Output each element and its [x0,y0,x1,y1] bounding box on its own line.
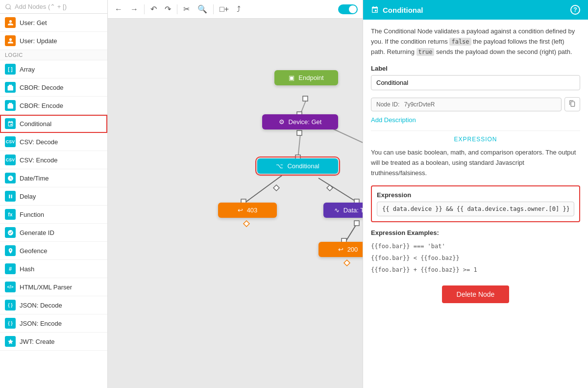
hash-icon: # [5,263,16,274]
expression-examples: Expression Examples: {{foo.bar}} === 'ba… [371,229,580,276]
sidebar-item-label: CSV: Encode [20,156,58,164]
expression-description: You can use basic boolean, math, and com… [371,148,580,178]
add-description-link[interactable]: Add Description [371,116,580,124]
expression-box: Expression [371,185,580,222]
sidebar-item-label: CBOR: Encode [20,102,63,109]
search-icon [5,3,12,10]
svg-line-5 [245,176,282,203]
node-id-value: 7y9crDvteR [404,101,435,108]
svg-rect-10 [297,130,302,135]
sidebar-item-datetime[interactable]: Date/Time [0,169,107,187]
sidebar-item-json-encode[interactable]: { } JSON: Encode [0,314,107,333]
example-3: {{foo.bar}} + {{foo.baz}} >= 1 [371,264,580,276]
panel-title: Conditional [383,6,423,14]
copy-node-id-button[interactable] [564,97,580,111]
node-id-label: Node ID: [376,101,399,108]
sidebar-item-label: Conditional [20,120,51,128]
node-conditional[interactable]: ⌥ Conditional [257,158,338,174]
node-id-row: Node ID: 7y9crDvteR [371,97,580,111]
expression-label: Expression [377,191,574,199]
sidebar-item-json-decode[interactable]: { } JSON: Decode [0,296,107,314]
node-endpoint[interactable]: ▣ Endpoint [274,70,338,85]
expression-input[interactable] [377,202,574,216]
cbor-encode-icon [5,100,16,111]
forward-button[interactable]: → [128,4,140,15]
svg-rect-8 [303,96,308,101]
help-button[interactable]: ? [570,5,580,15]
node-403[interactable]: ↩ 403 [218,203,277,218]
undo-button[interactable]: ↶ [148,3,159,15]
conditional-node-icon: ⌥ [276,162,283,170]
sidebar-item-label: Generate ID [20,229,54,236]
sidebar-item-function[interactable]: fx Function [0,206,107,224]
example-2: {{foo.bar}} < {{foo.baz}} [371,252,580,264]
sidebar-item-csv-decode[interactable]: CSV CSV: Decode [0,133,107,151]
delay-icon [5,191,16,202]
sidebar-item-array[interactable]: [ ] Array [0,60,107,78]
sidebar-item-user-update[interactable]: User: Update [0,32,107,50]
sidebar-list: User: Get User: Update Logic [ ] Array C… [0,14,107,388]
conditional-panel-icon [371,6,379,14]
conditional-node-label: Conditional [287,162,319,170]
back-button[interactable]: ← [113,4,124,15]
svg-marker-16 [244,221,249,227]
sidebar-item-label: User: Update [20,37,57,45]
sidebar-item-label: Array [20,66,35,73]
toggle-switch[interactable] [338,4,358,14]
sidebar-item-label: Date/Time [20,175,49,182]
svg-line-2 [300,100,306,114]
sidebar-section-logic: Logic [0,50,107,60]
endpoint-icon: ▣ [289,74,294,81]
cut-button[interactable]: ✂ [181,3,192,15]
sidebar: Add Nodes (⌃ + [) User: Get User: Update… [0,0,108,388]
sidebar-item-jwt-create[interactable]: JWT: Create [0,333,107,351]
sidebar-search[interactable]: Add Nodes (⌃ + [) [0,0,107,14]
export-button[interactable]: ⤴ [235,4,243,15]
sidebar-item-label: JSON: Decode [20,302,62,309]
sidebar-item-conditional[interactable]: Conditional [0,115,107,133]
sidebar-item-generate-id[interactable]: Generate ID [0,224,107,242]
panel-title-left: Conditional [371,6,423,14]
cbor-decode-icon [5,82,16,93]
svg-line-6 [318,178,358,203]
toolbar-divider-3 [213,4,214,14]
right-panel-header: Conditional ? [363,0,588,20]
node-403-icon: ↩ [238,207,243,214]
sidebar-item-delay[interactable]: Delay [0,187,107,206]
delete-node-button[interactable]: Delete Node [442,285,510,303]
svg-line-3 [298,134,300,158]
toolbar-divider-1 [144,4,145,14]
user-update-icon [5,35,16,46]
label-field-label: Label [371,65,580,72]
sidebar-item-html-xml[interactable]: </> HTML/XML Parser [0,278,107,296]
sidebar-item-label: CBOR: Decode [20,84,64,91]
node-data-time[interactable]: ∿ Data: Time ... [323,203,363,218]
csv-decode-icon: CSV [5,136,16,147]
node-device-get[interactable]: ⚙ Device: Get [262,114,338,129]
function-icon: fx [5,209,16,220]
conditional-icon [5,118,16,129]
label-input[interactable] [371,75,580,90]
sidebar-item-hash[interactable]: # Hash [0,260,107,278]
svg-marker-13 [273,185,279,191]
svg-marker-14 [327,185,333,191]
redo-button[interactable]: ↷ [163,3,173,15]
jwt-create-icon [5,336,16,347]
sidebar-item-label: CSV: Decode [20,138,58,146]
geofence-icon [5,245,16,256]
add-block-button[interactable]: □+ [218,4,231,15]
zoom-button[interactable]: 🔍 [196,3,209,15]
node-200-icon: ↩ [338,246,343,253]
sidebar-item-cbor-decode[interactable]: CBOR: Decode [0,78,107,97]
sidebar-item-user-get[interactable]: User: Get [0,14,107,32]
code-true: true [416,48,435,56]
endpoint-label: Endpoint [298,74,323,81]
canvas[interactable]: 🔊 ▣ Endpoint ⚙ Device: Get ⌥ Conditional… [108,19,363,388]
canvas-area: ← → ↶ ↷ ✂ 🔍 □+ ⤴ [108,0,363,388]
sidebar-item-cbor-encode[interactable]: CBOR: Encode [0,97,107,115]
sidebar-item-geofence[interactable]: Geofence [0,242,107,260]
sidebar-item-csv-encode[interactable]: CSV CSV: Encode [0,151,107,169]
sidebar-item-label: JSON: Encode [20,320,62,327]
node-200[interactable]: ↩ 200 [318,242,363,257]
generate-id-icon [5,227,16,238]
